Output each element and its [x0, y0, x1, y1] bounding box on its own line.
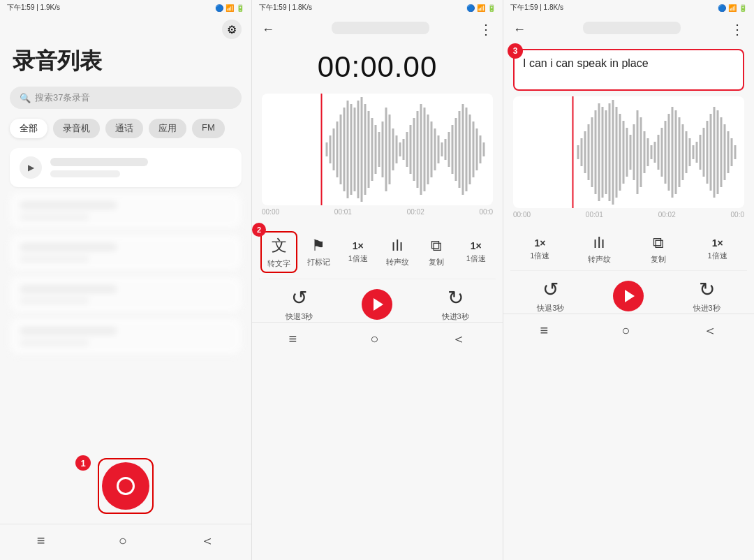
play-large-button-3[interactable]: [613, 281, 644, 311]
svg-rect-93: [734, 145, 737, 159]
svg-rect-80: [689, 138, 691, 166]
transcript-button[interactable]: 2 文 转文字: [260, 231, 297, 273]
svg-rect-61: [623, 121, 625, 184]
svg-rect-17: [382, 121, 384, 177]
voiceprint3-button[interactable]: ılı 转声纹: [581, 234, 617, 265]
bottom-nav-2: ≡ ○ ＜: [252, 322, 503, 358]
copy-button[interactable]: ⧉ 复制: [418, 237, 454, 267]
badge-3: 3: [508, 43, 523, 59]
recording-item-5[interactable]: [10, 318, 242, 355]
filter-recorder[interactable]: 录音机: [53, 119, 100, 138]
more-button[interactable]: ⋮: [479, 21, 493, 38]
filter-app[interactable]: 应用: [149, 119, 186, 138]
player-title-bg-3: [583, 22, 681, 34]
svg-rect-64: [633, 124, 635, 180]
svg-rect-58: [612, 100, 614, 205]
svg-rect-62: [626, 128, 628, 177]
nav-home-1[interactable]: ○: [119, 533, 127, 549]
svg-rect-19: [389, 115, 391, 184]
svg-rect-9: [354, 108, 356, 191]
nav-menu-2[interactable]: ≡: [289, 331, 297, 347]
nav-home-2[interactable]: ○: [370, 331, 378, 347]
play-button-1[interactable]: ▶: [20, 156, 42, 179]
svg-rect-22: [399, 142, 401, 156]
waveform-display: [262, 94, 493, 205]
status-icons-1: 🔵 📶 🔋: [215, 4, 244, 12]
play-button-large-3[interactable]: [613, 281, 644, 311]
svg-rect-59: [616, 107, 618, 198]
bookmark-button[interactable]: ⚑ 打标记: [300, 237, 337, 267]
svg-rect-68: [647, 138, 649, 166]
forward3-button[interactable]: ↻ 快进3秒: [688, 278, 725, 314]
svg-rect-10: [357, 101, 360, 198]
more-button-3[interactable]: ⋮: [730, 21, 744, 38]
svg-rect-34: [441, 142, 443, 156]
speed3-button[interactable]: 1× 1倍速: [522, 237, 558, 261]
speed4-button[interactable]: 1× 1倍速: [700, 237, 736, 261]
speed2-label: 1倍速: [466, 253, 486, 264]
play-large-button[interactable]: [362, 289, 392, 320]
svg-rect-14: [371, 118, 374, 181]
tl3-0: 00:00: [513, 211, 531, 219]
filter-call[interactable]: 通话: [105, 119, 143, 138]
svg-rect-2: [330, 135, 332, 163]
transcript-text-area[interactable]: 3 I can i can speak in place: [513, 49, 744, 91]
svg-rect-48: [577, 145, 579, 159]
recording-info-2: [20, 201, 232, 221]
search-bar[interactable]: 🔍 搜索37条录音: [10, 87, 242, 109]
settings-icon[interactable]: ⚙: [222, 20, 242, 39]
svg-rect-45: [480, 135, 482, 163]
rewind3-button[interactable]: ↺ 快退3秒: [533, 278, 569, 314]
svg-rect-84: [703, 128, 705, 177]
speed-button[interactable]: 1× 1倍速: [340, 240, 376, 264]
recording-name-1: [50, 158, 148, 166]
svg-rect-24: [406, 132, 408, 167]
svg-rect-74: [668, 114, 670, 191]
voiceprint-button[interactable]: ılı 转声纹: [379, 237, 415, 267]
nav-menu-3[interactable]: ≡: [540, 323, 549, 339]
filter-fm[interactable]: FM: [192, 119, 225, 138]
tl3-1: 00:01: [586, 211, 603, 219]
recording-item-3[interactable]: [10, 235, 242, 271]
nav-home-3[interactable]: ○: [621, 323, 630, 339]
forward-icon: ↻: [448, 286, 464, 309]
nav-back-1[interactable]: ＜: [200, 531, 214, 550]
record-button[interactable]: [102, 462, 149, 510]
recording-meta-5: [20, 339, 89, 346]
svg-rect-29: [424, 108, 426, 191]
play-button-large[interactable]: [362, 289, 392, 320]
forward-label: 快进3秒: [442, 311, 469, 322]
back-button-3[interactable]: ←: [513, 22, 533, 37]
svg-rect-3: [333, 128, 335, 170]
svg-rect-81: [693, 145, 695, 159]
svg-rect-12: [364, 104, 367, 195]
rewind3-label: 快退3秒: [537, 303, 564, 314]
nav-back-3[interactable]: ＜: [703, 321, 717, 340]
filter-all[interactable]: 全部: [10, 119, 47, 138]
recording-item-1[interactable]: ▶: [10, 148, 242, 187]
svg-rect-72: [661, 128, 663, 177]
nav-menu-1[interactable]: ≡: [37, 533, 45, 549]
tl3-2: 00:02: [658, 211, 676, 219]
copy-icon: ⧉: [431, 237, 442, 255]
rewind-button[interactable]: ↺ 快退3秒: [281, 286, 318, 322]
nav-back-2[interactable]: ＜: [452, 330, 466, 348]
recording-item-2[interactable]: [10, 193, 242, 229]
svg-rect-71: [658, 135, 660, 170]
rewind3-icon: ↺: [542, 278, 559, 301]
player-controls-3: 1× 1倍速 ılı 转声纹 ⧉ 复制 1× 1倍速 ↺ 快退3秒: [503, 221, 754, 314]
voiceprint-label: 转声纹: [386, 257, 409, 267]
svg-rect-4: [337, 121, 339, 177]
controls-top-row-3: 1× 1倍速 ılı 转声纹 ⧉ 复制 1× 1倍速: [510, 228, 747, 271]
recording-info-3: [20, 243, 232, 263]
forward-button[interactable]: ↻ 快进3秒: [437, 286, 473, 322]
rewind-icon: ↺: [291, 286, 307, 309]
copy3-button[interactable]: ⧉ 复制: [640, 234, 677, 265]
search-icon: 🔍: [20, 93, 31, 103]
speed2-button[interactable]: 1× 1倍速: [458, 240, 494, 264]
tl3-3: 00:0: [731, 211, 744, 219]
back-button[interactable]: ←: [262, 22, 281, 37]
page-title: 录音列表: [0, 40, 251, 87]
svg-rect-77: [679, 117, 681, 187]
recording-item-4[interactable]: [10, 277, 242, 313]
